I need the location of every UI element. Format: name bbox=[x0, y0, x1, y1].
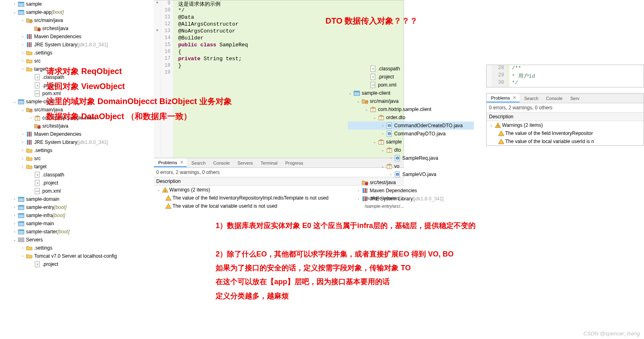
expand-toggle-icon[interactable]: › bbox=[12, 230, 17, 234]
code-line[interactable]: 16 { bbox=[154, 49, 404, 56]
code-line[interactable]: 15 public class SampleReq bbox=[154, 42, 404, 49]
tree-item[interactable]: ›Maven Dependencies bbox=[4, 33, 151, 41]
tree-item[interactable]: ›JRE System Library [jdk1.8.0_341] bbox=[348, 195, 474, 203]
code-editor-2[interactable]: 28 /** 29 * 用户id 30 */ bbox=[486, 65, 644, 87]
expand-toggle-icon[interactable]: › bbox=[20, 148, 25, 152]
expand-toggle-icon[interactable]: › bbox=[20, 156, 25, 161]
project-explorer-tree[interactable]: ›sample⌄sample-app [boot]›src/main/java·… bbox=[4, 0, 151, 268]
tree-item[interactable]: ›CommandPayDTO.java bbox=[348, 130, 474, 138]
problem-item[interactable]: The value of the field InventoryReposito… bbox=[487, 129, 644, 137]
tree-item[interactable]: ⌄sample bbox=[348, 138, 474, 146]
tab-terminal[interactable]: Terminal bbox=[256, 159, 281, 167]
tree-item[interactable]: ›.settings bbox=[4, 244, 151, 252]
tree-item[interactable]: ·src/test/java bbox=[348, 178, 474, 187]
expand-toggle-icon[interactable]: › bbox=[20, 246, 25, 250]
expand-toggle-icon[interactable]: › bbox=[389, 172, 393, 176]
expand-toggle-icon[interactable]: › bbox=[20, 67, 25, 71]
view-tabbar-2[interactable]: Problems✕ Search Console Serv bbox=[487, 93, 644, 103]
tree-item[interactable]: ›sample bbox=[4, 0, 151, 8]
code-line[interactable]: 29 * 用户id bbox=[487, 72, 644, 80]
close-icon[interactable]: ✕ bbox=[513, 95, 516, 100]
close-icon[interactable]: ✕ bbox=[180, 160, 183, 165]
expand-toggle-icon[interactable]: ⌄ bbox=[156, 188, 161, 192]
problem-item[interactable]: The value of the local variable userId i… bbox=[487, 137, 644, 146]
code-line[interactable]: 10 */ bbox=[154, 7, 404, 14]
expand-toggle-icon[interactable]: › bbox=[12, 222, 17, 226]
expand-toggle-icon[interactable]: ⌄ bbox=[348, 91, 353, 95]
code-line[interactable]: 9 这是请求体的示例 bbox=[154, 0, 404, 7]
tree-item[interactable]: ›Maven Dependencies bbox=[4, 130, 151, 138]
tree-item[interactable]: ⌄order.dto bbox=[348, 113, 474, 122]
tab-search[interactable]: Search bbox=[520, 95, 541, 102]
problems-column-header-2[interactable]: Description bbox=[487, 112, 644, 121]
expand-toggle-icon[interactable]: ⌄ bbox=[489, 123, 494, 127]
tree-item[interactable]: ›target bbox=[4, 163, 151, 171]
tab-console[interactable]: Console bbox=[541, 95, 565, 102]
tree-item[interactable]: ›sample-domain bbox=[4, 195, 151, 203]
tree-item[interactable]: ›Tomcat v7.0 Server at localhost-config bbox=[4, 252, 151, 260]
tree-item[interactable]: ⌄com.hixtrip.sample.client bbox=[348, 105, 474, 113]
tree-item[interactable]: ›SampleReq.java bbox=[348, 154, 474, 162]
expand-toggle-icon[interactable]: › bbox=[20, 35, 25, 39]
expand-toggle-icon[interactable]: ⌄ bbox=[12, 100, 17, 104]
expand-toggle-icon[interactable]: › bbox=[20, 51, 25, 55]
expand-toggle-icon[interactable]: › bbox=[380, 132, 385, 136]
tree-item[interactable]: ⌄vo bbox=[348, 162, 474, 170]
tree-item[interactable]: ›sample-infra [boot] bbox=[4, 211, 151, 219]
tree-item[interactable]: ·.classpath bbox=[4, 171, 151, 179]
tree-item[interactable]: ›src bbox=[4, 154, 151, 163]
tree-item[interactable]: ·.classpath bbox=[348, 65, 474, 73]
tree-item[interactable]: ·.project bbox=[348, 73, 474, 81]
expand-toggle-icon[interactable]: › bbox=[12, 197, 17, 201]
tree-item[interactable]: ›sample-entry [boot] bbox=[4, 203, 151, 211]
expand-toggle-icon[interactable]: › bbox=[12, 205, 17, 209]
tree-item[interactable]: ›JRE System Library [jdk1.8.0_341] bbox=[4, 138, 151, 146]
tab-problems[interactable]: Problems✕ bbox=[154, 159, 187, 167]
expand-toggle-icon[interactable]: ⌄ bbox=[20, 108, 25, 112]
tree-item[interactable]: ›sample-starter [boot] bbox=[4, 228, 151, 236]
tab-search[interactable]: Search bbox=[187, 159, 209, 167]
expand-toggle-icon[interactable]: ⌄ bbox=[364, 107, 369, 111]
code-line[interactable]: 28 /** bbox=[487, 65, 644, 72]
expand-toggle-icon[interactable]: › bbox=[20, 59, 25, 63]
expand-toggle-icon[interactable]: ⌄ bbox=[372, 115, 377, 120]
tree-item[interactable]: ·pom.xml bbox=[4, 187, 151, 195]
expand-toggle-icon[interactable]: › bbox=[356, 189, 361, 193]
expand-toggle-icon[interactable]: ⌄ bbox=[380, 164, 385, 168]
expand-toggle-icon[interactable]: › bbox=[20, 18, 25, 22]
expand-toggle-icon[interactable]: › bbox=[380, 124, 385, 128]
expand-toggle-icon[interactable]: ⌄ bbox=[12, 10, 17, 14]
tree-item[interactable]: ›SampleVO.java bbox=[348, 170, 474, 178]
tab-serv[interactable]: Serv bbox=[566, 95, 583, 102]
warnings-group[interactable]: ⌄ Warnings (2 items) bbox=[487, 121, 644, 129]
expand-toggle-icon[interactable]: ⌄ bbox=[12, 238, 17, 242]
code-line[interactable]: 14 @Builder bbox=[154, 35, 404, 42]
code-line[interactable]: 13 @NoArgsConstructor bbox=[154, 28, 404, 35]
tree-item[interactable]: ⌄src/main/java bbox=[348, 97, 474, 105]
tree-item[interactable]: ›sample-main bbox=[4, 219, 151, 228]
expand-toggle-icon[interactable]: ⌄ bbox=[380, 148, 385, 152]
tree-item[interactable]: ›.settings bbox=[4, 146, 151, 154]
expand-toggle-icon[interactable]: › bbox=[20, 254, 25, 258]
tab-servers[interactable]: Servers bbox=[233, 159, 256, 167]
expand-toggle-icon[interactable]: › bbox=[28, 116, 33, 120]
code-line[interactable]: 30 */ bbox=[487, 80, 644, 87]
expand-toggle-icon[interactable]: › bbox=[12, 2, 17, 6]
expand-toggle-icon[interactable]: › bbox=[20, 165, 25, 169]
expand-toggle-icon[interactable]: › bbox=[20, 132, 25, 136]
expand-toggle-icon[interactable]: ⌄ bbox=[372, 140, 377, 144]
tree-item[interactable]: ⌄dto bbox=[348, 146, 474, 154]
tree-item[interactable]: ·src/test/java bbox=[4, 24, 151, 33]
code-line[interactable]: 17 private String test; bbox=[154, 56, 404, 63]
expand-toggle-icon[interactable]: › bbox=[20, 43, 25, 47]
tree-item[interactable]: ·.project bbox=[4, 179, 151, 187]
tree-item[interactable]: ›src/main/java bbox=[4, 16, 151, 24]
tree-item[interactable]: ·pom.xml bbox=[348, 81, 474, 89]
expand-toggle-icon[interactable]: ⌄ bbox=[356, 99, 361, 103]
project-explorer-tree-2[interactable]: ·.classpath·.project·pom.xml⌄sample-clie… bbox=[348, 65, 474, 203]
tree-item[interactable]: ⌄Servers bbox=[4, 236, 151, 244]
tree-item[interactable]: ›Maven Dependencies bbox=[348, 187, 474, 195]
tab-problems[interactable]: Problems✕ bbox=[487, 94, 520, 102]
tab-progress[interactable]: Progress bbox=[281, 159, 306, 167]
tree-item[interactable]: ⌄sample-app [boot] bbox=[4, 8, 151, 16]
